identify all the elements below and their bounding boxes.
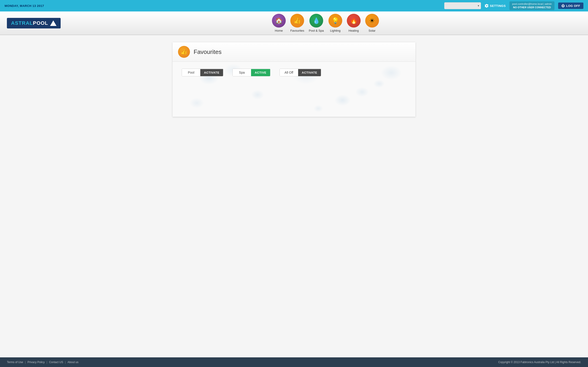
pool-spa-icon: 💧	[309, 14, 323, 27]
solar-icon: ☀	[365, 14, 379, 27]
fav-item-pool-label: Pool	[182, 69, 200, 76]
fav-item-spa-label: Spa	[233, 69, 251, 76]
nav-home-label: Home	[275, 29, 283, 32]
fav-item-spa: Spa ACTIVE	[233, 69, 270, 76]
log-off-label: LOG OFF	[566, 4, 580, 8]
page-title: Favourites	[194, 48, 221, 56]
brand-logo: ASTRALPOOL	[7, 18, 61, 28]
fav-item-all-off: All Off ACTIVATE	[279, 69, 321, 76]
gear-icon	[485, 4, 489, 8]
fav-item-pool: Pool ACTIVATE	[182, 69, 223, 76]
favourites-card: 👍 Favourites Pool ACTIVATE Spa ACTIVE Al…	[172, 42, 416, 117]
lighting-icon: 💡	[329, 14, 342, 27]
heating-icon: 🔥	[347, 14, 361, 27]
all-off-activate-button[interactable]: ACTIVATE	[298, 69, 321, 76]
settings-label: SETTINGS	[490, 4, 506, 8]
top-bar: MONDAY, MARCH 13 2017 SETTINGS pool.cont…	[0, 0, 588, 11]
pool-activate-button[interactable]: ACTIVATE	[200, 69, 223, 76]
fav-item-all-off-label: All Off	[280, 69, 298, 76]
footer-contact-link[interactable]: Contact US	[49, 361, 63, 364]
home-icon: 🏠	[272, 14, 286, 27]
footer-sep-1: |	[25, 361, 26, 364]
nav-favourites[interactable]: 👍 Favourites	[290, 14, 304, 32]
brand-triangle	[50, 20, 57, 26]
user-info: pool.controller@home.local | admin NO OT…	[510, 1, 554, 10]
spa-active-button[interactable]: ACTIVE	[251, 69, 270, 76]
footer: Terms of Use | Privacy Policy | Contact …	[0, 357, 588, 367]
no-other-user: NO OTHER USER CONNECTED	[512, 6, 552, 9]
log-off-button[interactable]: ⏻ LOG OFF	[558, 2, 583, 9]
nav-heating-label: Heating	[348, 29, 359, 32]
nav-pool-spa-label: Pool & Spa	[309, 29, 324, 32]
favourites-items: Pool ACTIVATE Spa ACTIVE All Off ACTIVAT…	[182, 69, 406, 76]
nav-lighting-label: Lighting	[330, 29, 341, 32]
footer-terms-link[interactable]: Terms of Use	[7, 361, 23, 364]
power-icon: ⏻	[561, 4, 565, 8]
favourites-icon: 👍	[290, 14, 304, 27]
header-nav: ASTRALPOOL 🏠 Home 👍 Favourites 💧 Pool & …	[0, 11, 588, 35]
brand-name: ASTRALPOOL	[11, 20, 48, 26]
user-email: pool.controller@home.local | admin	[512, 2, 552, 6]
nav-solar[interactable]: ☀ Solar	[365, 14, 379, 32]
main-content: 👍 Favourites Pool ACTIVATE Spa ACTIVE Al…	[0, 35, 588, 357]
date-display: MONDAY, MARCH 13 2017	[5, 4, 44, 8]
footer-copyright: Copyright © 2013 Fabtronics Australia Pt…	[498, 361, 581, 364]
nav-favourites-label: Favourites	[290, 29, 304, 32]
footer-privacy-link[interactable]: Privacy Policy	[27, 361, 45, 364]
favourites-header: 👍 Favourites	[173, 42, 415, 62]
nav-pool-spa[interactable]: 💧 Pool & Spa	[309, 14, 324, 32]
footer-sep-2: |	[47, 361, 47, 364]
nav-home[interactable]: 🏠 Home	[272, 14, 286, 32]
user-dropdown[interactable]	[444, 2, 481, 9]
nav-items: 🏠 Home 👍 Favourites 💧 Pool & Spa 💡 Light…	[70, 14, 581, 32]
footer-sep-3: |	[65, 361, 66, 364]
nav-solar-label: Solar	[368, 29, 375, 32]
nav-lighting[interactable]: 💡 Lighting	[329, 14, 342, 32]
footer-links: Terms of Use | Privacy Policy | Contact …	[7, 361, 78, 364]
nav-heating[interactable]: 🔥 Heating	[347, 14, 361, 32]
user-dropdown-wrap[interactable]	[444, 2, 481, 9]
favourites-body: Pool ACTIVATE Spa ACTIVE All Off ACTIVAT…	[173, 62, 415, 117]
settings-button[interactable]: SETTINGS	[485, 4, 506, 8]
footer-about-link[interactable]: About us	[68, 361, 78, 364]
favourites-header-icon: 👍	[178, 46, 190, 58]
